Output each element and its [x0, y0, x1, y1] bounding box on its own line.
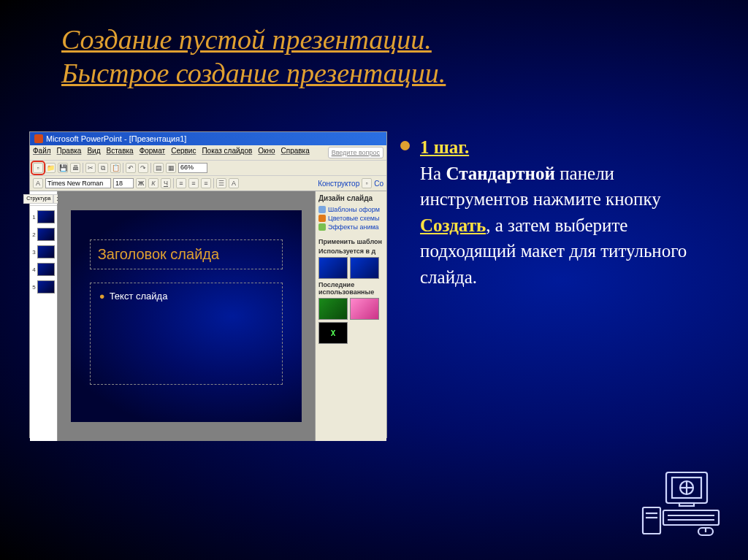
create-slide-link[interactable]: Со	[374, 180, 383, 188]
separator-icon	[150, 163, 151, 173]
tp-apply-label: Применить шаблон	[318, 238, 383, 245]
design-template-thumb[interactable]	[350, 298, 379, 320]
tp-apply-section: Применить шаблон Используется в д Послед…	[317, 234, 385, 345]
step-title: 1 шаг.	[420, 134, 469, 161]
arrow-button[interactable]: A	[33, 178, 43, 188]
tp-used-label: Используется в д	[318, 248, 383, 255]
slide-body-text: Текст слайда	[110, 291, 168, 302]
table-button[interactable]: ▦	[166, 163, 176, 173]
underline-button[interactable]: Ч	[161, 178, 171, 188]
slide-thumbnail[interactable]: 2	[32, 228, 54, 241]
menu-insert[interactable]: Вставка	[106, 147, 133, 158]
step-body: На Стандартной панели инструментов нажми…	[420, 161, 714, 291]
template-icon	[318, 206, 326, 213]
slide-thumbnail[interactable]: 3	[32, 245, 54, 258]
align-left-button[interactable]: ≡	[176, 178, 186, 188]
align-center-button[interactable]: ≡	[188, 178, 199, 188]
bullets-button[interactable]: ☰	[216, 178, 226, 188]
paste-button[interactable]: 📋	[110, 163, 121, 173]
slide-thumbnail[interactable]: 5	[32, 280, 54, 294]
tp-link-templates[interactable]: Шаблоны оформ	[317, 205, 385, 214]
print-button[interactable]: 🖶	[70, 163, 80, 173]
slide-title-block: Создание пустой презентации. Быстрое соз…	[61, 23, 446, 90]
outline-tab-structure[interactable]: Структура	[23, 194, 53, 204]
slide-thumbnail[interactable]: 4	[32, 263, 54, 276]
zoom-input[interactable]: 66%	[178, 163, 207, 173]
thumb-number: 1	[32, 214, 35, 220]
open-button[interactable]: 📁	[45, 163, 56, 173]
tp-recent-label: Последние использованные	[318, 281, 383, 296]
redo-button[interactable]: ↷	[138, 163, 148, 173]
design-template-thumb[interactable]: X	[318, 322, 348, 344]
slide-editor: Заголовок слайда Текст слайда	[58, 191, 315, 441]
outline-pane: Структура X 1 2 3 4 5	[30, 191, 58, 441]
bullet-icon	[400, 141, 410, 150]
thumb-number: 4	[32, 266, 35, 273]
font-size-select[interactable]: 18	[113, 178, 134, 188]
outline-tabs: Структура X	[30, 194, 57, 206]
chart-button[interactable]: ▤	[153, 163, 164, 173]
separator-icon	[173, 178, 174, 188]
font-select[interactable]: Times New Roman	[45, 178, 111, 188]
workspace-body: Структура X 1 2 3 4 5	[30, 191, 386, 441]
separator-icon	[213, 178, 214, 188]
thumb-number: 5	[32, 284, 35, 291]
tp-link-colors[interactable]: Цветовые схемы	[317, 214, 385, 223]
separator-icon	[123, 163, 123, 173]
thumb-number: 2	[32, 231, 35, 238]
menu-window[interactable]: Окно	[258, 147, 275, 158]
align-right-button[interactable]: ≡	[201, 178, 211, 188]
svg-rect-6	[643, 507, 660, 534]
powerpoint-icon	[34, 134, 43, 143]
title-line-1: Создание пустой презентации.	[61, 23, 446, 57]
bullet-item: 1 шаг.	[400, 134, 714, 161]
design-template-thumb[interactable]	[318, 257, 348, 279]
italic-button[interactable]: К	[148, 178, 159, 188]
tp-link-label: Эффекты анима	[328, 223, 379, 231]
design-template-thumb[interactable]	[350, 257, 379, 279]
computer-clipart-icon	[641, 469, 722, 537]
text-part: На	[420, 164, 446, 183]
menu-edit[interactable]: Правка	[57, 147, 82, 158]
new-slide-button[interactable]: ▫	[362, 178, 372, 188]
formatting-toolbar: A Times New Roman 18 Ж К Ч ≡ ≡ ≡ ☰ A Кон…	[30, 176, 386, 191]
design-template-thumb[interactable]	[318, 298, 348, 320]
instruction-content: 1 шаг. На Стандартной панели инструменто…	[400, 134, 714, 290]
constructor-link[interactable]: Конструктор	[318, 180, 359, 188]
title-line-2: Быстрое создание презентации.	[61, 57, 446, 91]
menu-slideshow[interactable]: Показ слайдов	[202, 147, 252, 158]
bold-button[interactable]: Ж	[136, 178, 146, 188]
menu-help[interactable]: Справка	[281, 147, 310, 158]
svg-rect-5	[679, 503, 694, 506]
menu-file[interactable]: Файл	[33, 147, 51, 158]
palette-icon	[318, 215, 326, 222]
slide-body-placeholder[interactable]: Текст слайда	[90, 283, 283, 385]
cut-button[interactable]: ✂	[85, 163, 96, 173]
thumb-preview-icon	[37, 263, 55, 276]
task-pane: Дизайн слайда Шаблоны оформ Цветовые схе…	[315, 191, 386, 441]
menu-format[interactable]: Формат	[140, 147, 166, 158]
save-button[interactable]: 💾	[58, 163, 68, 173]
thumb-number: 3	[32, 249, 35, 256]
slide-title-placeholder[interactable]: Заголовок слайда	[90, 239, 283, 269]
window-title: Microsoft PowerPoint - [Презентация1]	[46, 134, 186, 143]
menu-view[interactable]: Вид	[87, 147, 100, 158]
thumb-preview-icon	[37, 210, 55, 223]
thumb-preview-icon	[37, 280, 55, 294]
slide-canvas[interactable]: Заголовок слайда Текст слайда	[71, 210, 302, 422]
tp-link-label: Цветовые схемы	[328, 215, 379, 222]
standard-toolbar: ▫ 📁 💾 🖶 ✂ ⧉ 📋 ↶ ↷ ▤ ▦ 66%	[30, 161, 386, 176]
tp-link-effects[interactable]: Эффекты анима	[317, 223, 385, 231]
tp-thumbs-used	[318, 257, 383, 279]
menu-service[interactable]: Сервис	[171, 147, 196, 158]
new-button[interactable]: ▫	[33, 163, 43, 173]
help-question-input[interactable]: Введите вопрос	[328, 147, 383, 158]
increase-font-button[interactable]: A	[229, 178, 239, 188]
thumb-preview-icon	[37, 245, 55, 258]
menu-bar[interactable]: Файл Правка Вид Вставка Формат Сервис По…	[30, 145, 386, 161]
undo-button[interactable]: ↶	[126, 163, 136, 173]
keyword-create: Создать	[420, 215, 486, 235]
slide-thumbnail[interactable]: 1	[32, 210, 54, 223]
powerpoint-screenshot: Microsoft PowerPoint - [Презентация1] Фа…	[29, 131, 387, 438]
copy-button[interactable]: ⧉	[98, 163, 108, 173]
